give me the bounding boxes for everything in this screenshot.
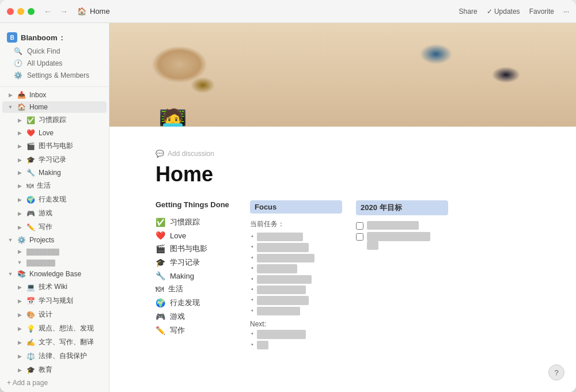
list-item[interactable]: 🎬 图书与电影 — [156, 243, 236, 254]
sidebar-item-writing2[interactable]: ▶ ✍️ 文字、写作、翻译 — [2, 336, 107, 349]
add-page-label: + Add a page — [7, 379, 48, 387]
maximize-button[interactable] — [28, 8, 35, 15]
nav-buttons: ← → — [41, 6, 70, 17]
sidebar-item-books[interactable]: ▶ 🎬 图书与电影 — [2, 139, 107, 153]
list-item[interactable]: 🍽 生活 — [156, 284, 236, 294]
sidebar-item-travel[interactable]: ▶ 🌍 行走发现 — [2, 193, 107, 206]
sidebar-item-learning[interactable]: ▶ 🎓 学习记录 — [2, 153, 107, 166]
expand-arrow: ▶ — [16, 117, 23, 124]
add-discussion-button[interactable]: 💬 Add discussion — [156, 150, 530, 158]
sidebar-item-legal[interactable]: ▶ ⚖️ 法律、自我保护 — [2, 349, 107, 363]
sidebar-item-inbox[interactable]: ▶ 📥 Inbox — [2, 89, 107, 101]
page-body: 💬 Add discussion Home Getting Things Don… — [109, 127, 576, 374]
list-item[interactable]: ❤️ Love — [156, 231, 236, 240]
col-header-gtd: Getting Things Done — [156, 200, 236, 211]
focus-item — [250, 254, 342, 262]
expand-arrow: ▶ — [16, 248, 23, 255]
list-item[interactable]: 🔧 Making — [156, 271, 236, 280]
item-label: 图书与电影 — [170, 243, 207, 254]
more-button[interactable]: ··· — [563, 7, 569, 16]
expand-arrow: ▼ — [7, 104, 14, 111]
home-icon: 🏠 — [17, 103, 26, 111]
next-label: Next: — [250, 320, 342, 328]
sidebar-item-xiguanjigen[interactable]: ▶ ✅ 习惯跟踪 — [2, 113, 107, 127]
col-header-goals: 2020 年目标 — [356, 200, 448, 215]
list-item[interactable]: ✏️ 写作 — [156, 325, 236, 336]
back-button[interactable]: ← — [41, 6, 54, 17]
traffic-lights — [7, 8, 35, 15]
sidebar-item-home[interactable]: ▼ 🏠 Home — [2, 101, 107, 113]
close-button[interactable] — [7, 8, 14, 15]
settings[interactable]: ⚙️ Settings & Members — [9, 70, 100, 81]
quick-find[interactable]: 🔍 Quick Find — [9, 45, 100, 57]
sidebar-item-making[interactable]: ▶ 🔧 Making — [2, 167, 107, 178]
forward-button[interactable]: → — [58, 6, 70, 17]
item-label: 行走发现 — [170, 298, 200, 308]
sidebar-item-projects[interactable]: ▼ ⚙️ Projects — [2, 234, 107, 246]
sidebar-item-knowledge[interactable]: ▼ 📚 Knowledge Base — [2, 268, 107, 280]
titlebar-actions: Share ✓ Updates Favorite ··· — [459, 7, 569, 16]
sidebar-item-ideas[interactable]: ▶ 💡 观点、想法、发现 — [2, 322, 107, 335]
list-item[interactable]: 🌍 行走发现 — [156, 298, 236, 308]
goal-checkbox[interactable] — [356, 222, 363, 230]
updates-icon: 🕐 — [14, 59, 22, 67]
list-item[interactable]: 🎮 游戏 — [156, 311, 236, 322]
expand-arrow: ▶ — [16, 210, 23, 217]
expand-arrow: ▶ — [16, 298, 23, 305]
add-page-button[interactable]: + Add a page — [0, 377, 109, 389]
page-title: Home — [156, 162, 530, 187]
expand-arrow: ▼ — [7, 271, 14, 277]
share-button[interactable]: Share — [459, 7, 478, 16]
sidebar-item-proj1[interactable]: ▶ ████████ — [2, 246, 107, 257]
expand-arrow: ▶ — [16, 196, 23, 203]
all-updates[interactable]: 🕐 All Updates — [9, 58, 100, 69]
item-label: 游戏 — [170, 311, 185, 322]
settings-icon: ⚙️ — [14, 71, 22, 79]
focus-item — [250, 233, 342, 241]
expand-arrow: ▶ — [16, 182, 23, 189]
sidebar-item-education[interactable]: ▶ 🎓 教育 — [2, 363, 107, 376]
sidebar-item-life[interactable]: ▶ 🍽 生活 — [2, 179, 107, 192]
sidebar-item-writing[interactable]: ▶ ✏️ 写作 — [2, 220, 107, 234]
col-header-focus: Focus — [250, 200, 342, 214]
page-breadcrumb: 🏠 Home — [77, 7, 110, 16]
focus-item-next — [250, 330, 342, 338]
sidebar-top: B Blanboom : 🔍 Quick Find 🕐 All Updates … — [0, 28, 109, 87]
expand-arrow: ▶ — [16, 224, 23, 231]
expand-arrow: ▶ — [7, 92, 14, 98]
favorite-button[interactable]: Favorite — [529, 7, 554, 16]
expand-arrow: ▶ — [16, 311, 23, 318]
item-label: 习惯跟踪 — [170, 217, 200, 227]
focus-item — [250, 307, 342, 315]
goal-checkbox[interactable] — [356, 233, 363, 241]
help-button[interactable]: ? — [548, 364, 564, 380]
quick-find-label: Quick Find — [27, 47, 60, 55]
gtd-list: ✅ 习惯跟踪 ❤️ Love 🎬 图书与电影 — [156, 217, 236, 336]
sidebar-item-planning[interactable]: ▶ 📅 学习与规划 — [2, 294, 107, 307]
sidebar-item-wiki[interactable]: ▶ 💻 技术 Wiki — [2, 280, 107, 294]
goal-item — [356, 221, 448, 230]
inbox-icon: 📥 — [17, 91, 26, 99]
expand-arrow: ▼ — [7, 237, 14, 243]
minimize-button[interactable] — [17, 8, 24, 15]
all-updates-label: All Updates — [27, 59, 62, 67]
expand-arrow: ▶ — [16, 284, 23, 291]
goal-item — [356, 232, 448, 250]
list-item[interactable]: 🎓 学习记录 — [156, 257, 236, 268]
updates-button[interactable]: ✓ Updates — [487, 7, 520, 16]
list-item[interactable]: ✅ 习惯跟踪 — [156, 217, 236, 227]
sidebar-item-games[interactable]: ▶ 🎮 游戏 — [2, 207, 107, 220]
expand-arrow: ▶ — [16, 339, 23, 346]
workspace-name[interactable]: B Blanboom : — [7, 30, 102, 45]
item-label: 写作 — [170, 325, 185, 336]
column-getting-things-done: Getting Things Done ✅ 习惯跟踪 ❤️ Love — [156, 200, 236, 336]
focus-item — [250, 264, 342, 273]
focus-item — [250, 275, 342, 284]
sidebar-item-love[interactable]: ▶ ❤️ Love — [2, 127, 107, 139]
page-title-label: Home — [90, 7, 110, 16]
sidebar-item-design[interactable]: ▶ 🎨 设计 — [2, 308, 107, 321]
inbox-label: Inbox — [29, 91, 46, 99]
page-cover: 🧑‍💻 — [109, 23, 576, 127]
sidebar-item-proj2[interactable]: ▼ ███████ — [2, 257, 107, 268]
expand-arrow: ▶ — [16, 130, 23, 136]
